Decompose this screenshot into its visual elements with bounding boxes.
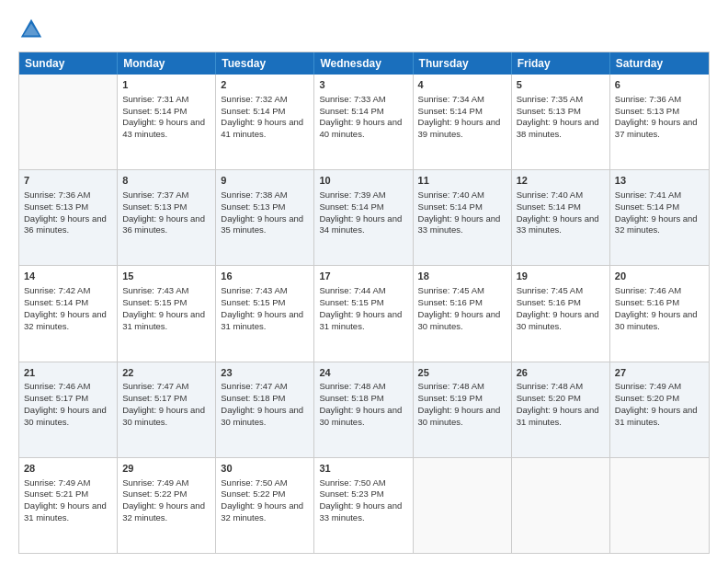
sunset-text: Sunset: 5:14 PM — [418, 106, 483, 116]
day-number: 9 — [221, 174, 309, 188]
sunset-text: Sunset: 5:18 PM — [319, 393, 383, 403]
daylight-text: Daylight: 9 hours and 31 minutes. — [517, 405, 599, 427]
sunset-text: Sunset: 5:14 PM — [615, 201, 679, 212]
sunrise-text: Sunrise: 7:46 AM — [615, 285, 681, 295]
calendar-cell: 6Sunrise: 7:36 AMSunset: 5:13 PMDaylight… — [610, 75, 709, 169]
sunrise-text: Sunrise: 7:50 AM — [319, 477, 385, 488]
sunset-text: Sunset: 5:16 PM — [517, 297, 581, 307]
sunrise-text: Sunrise: 7:37 AM — [122, 190, 188, 200]
day-number: 21 — [24, 366, 112, 380]
daylight-text: Daylight: 9 hours and 30 minutes. — [615, 309, 698, 331]
sunset-text: Sunset: 5:13 PM — [24, 201, 88, 212]
sunset-text: Sunset: 5:15 PM — [122, 297, 187, 307]
sunset-text: Sunset: 5:17 PM — [24, 393, 88, 403]
day-number: 19 — [517, 270, 605, 283]
daylight-text: Daylight: 9 hours and 31 minutes. — [319, 309, 402, 331]
calendar-cell: 23Sunrise: 7:47 AMSunset: 5:18 PMDayligh… — [216, 362, 314, 457]
sunrise-text: Sunrise: 7:45 AM — [517, 285, 583, 295]
sunset-text: Sunset: 5:13 PM — [615, 106, 679, 116]
daylight-text: Daylight: 9 hours and 37 minutes. — [615, 117, 698, 139]
day-number: 3 — [319, 78, 407, 92]
calendar-cell — [512, 458, 610, 553]
sunset-text: Sunset: 5:22 PM — [122, 488, 187, 499]
daylight-text: Daylight: 9 hours and 31 minutes. — [615, 405, 698, 427]
sunrise-text: Sunrise: 7:50 AM — [221, 477, 287, 488]
daylight-text: Daylight: 9 hours and 36 minutes. — [24, 213, 107, 236]
daylight-text: Daylight: 9 hours and 36 minutes. — [122, 213, 205, 236]
weekday-header-wednesday: Wednesday — [314, 52, 413, 75]
sunset-text: Sunset: 5:20 PM — [615, 393, 679, 403]
daylight-text: Daylight: 9 hours and 39 minutes. — [418, 117, 501, 139]
daylight-text: Daylight: 9 hours and 30 minutes. — [319, 405, 402, 427]
calendar-cell: 9Sunrise: 7:38 AMSunset: 5:13 PMDaylight… — [216, 170, 314, 265]
weekday-header-saturday: Saturday — [610, 52, 709, 75]
sunrise-text: Sunrise: 7:43 AM — [221, 285, 287, 295]
calendar-cell: 7Sunrise: 7:36 AMSunset: 5:13 PMDaylight… — [19, 170, 118, 265]
sunset-text: Sunset: 5:23 PM — [319, 488, 383, 499]
weekday-header-tuesday: Tuesday — [216, 52, 314, 75]
daylight-text: Daylight: 9 hours and 30 minutes. — [418, 405, 501, 427]
day-number: 12 — [517, 174, 605, 188]
sunset-text: Sunset: 5:15 PM — [319, 297, 383, 307]
day-number: 29 — [122, 462, 210, 476]
daylight-text: Daylight: 9 hours and 31 minutes. — [24, 500, 107, 523]
calendar-cell — [414, 458, 512, 553]
calendar-cell: 22Sunrise: 7:47 AMSunset: 5:17 PMDayligh… — [118, 362, 216, 457]
sunset-text: Sunset: 5:21 PM — [24, 488, 88, 499]
sunset-text: Sunset: 5:19 PM — [418, 393, 483, 403]
day-number: 2 — [221, 78, 309, 92]
daylight-text: Daylight: 9 hours and 32 minutes. — [615, 213, 698, 236]
sunset-text: Sunset: 5:13 PM — [221, 201, 285, 212]
calendar-cell: 28Sunrise: 7:49 AMSunset: 5:21 PMDayligh… — [19, 458, 118, 553]
calendar-row-2: 14Sunrise: 7:42 AMSunset: 5:14 PMDayligh… — [19, 265, 709, 361]
daylight-text: Daylight: 9 hours and 33 minutes. — [418, 213, 501, 236]
logo — [18, 17, 48, 42]
daylight-text: Daylight: 9 hours and 32 minutes. — [24, 309, 107, 331]
calendar-cell: 4Sunrise: 7:34 AMSunset: 5:14 PMDaylight… — [414, 75, 512, 169]
daylight-text: Daylight: 9 hours and 30 minutes. — [24, 405, 107, 427]
day-number: 7 — [24, 174, 112, 188]
calendar-cell: 8Sunrise: 7:37 AMSunset: 5:13 PMDaylight… — [118, 170, 216, 265]
calendar-cell: 2Sunrise: 7:32 AMSunset: 5:14 PMDaylight… — [216, 75, 314, 169]
daylight-text: Daylight: 9 hours and 32 minutes. — [122, 500, 205, 523]
calendar-cell: 17Sunrise: 7:44 AMSunset: 5:15 PMDayligh… — [314, 266, 413, 361]
calendar-cell: 3Sunrise: 7:33 AMSunset: 5:14 PMDaylight… — [314, 75, 413, 169]
sunset-text: Sunset: 5:14 PM — [122, 106, 187, 116]
weekday-header-monday: Monday — [118, 52, 216, 75]
sunrise-text: Sunrise: 7:42 AM — [24, 285, 90, 295]
sunset-text: Sunset: 5:16 PM — [615, 297, 679, 307]
sunrise-text: Sunrise: 7:38 AM — [221, 190, 287, 200]
day-number: 14 — [24, 270, 112, 283]
sunset-text: Sunset: 5:17 PM — [122, 393, 187, 403]
day-number: 1 — [122, 78, 210, 92]
daylight-text: Daylight: 9 hours and 40 minutes. — [319, 117, 402, 139]
day-number: 16 — [221, 270, 309, 283]
daylight-text: Daylight: 9 hours and 31 minutes. — [122, 309, 205, 331]
sunset-text: Sunset: 5:22 PM — [221, 488, 285, 499]
day-number: 4 — [418, 78, 506, 92]
calendar-row-3: 21Sunrise: 7:46 AMSunset: 5:17 PMDayligh… — [19, 362, 709, 457]
day-number: 27 — [615, 366, 704, 380]
sunset-text: Sunset: 5:14 PM — [418, 201, 483, 212]
daylight-text: Daylight: 9 hours and 41 minutes. — [221, 117, 303, 139]
day-number: 5 — [517, 78, 605, 92]
daylight-text: Daylight: 9 hours and 33 minutes. — [319, 500, 402, 523]
daylight-text: Daylight: 9 hours and 32 minutes. — [221, 500, 303, 523]
sunrise-text: Sunrise: 7:48 AM — [517, 381, 583, 391]
calendar-cell: 13Sunrise: 7:41 AMSunset: 5:14 PMDayligh… — [610, 170, 709, 265]
day-number: 31 — [319, 462, 407, 476]
day-number: 6 — [615, 78, 704, 92]
weekday-header-friday: Friday — [512, 52, 610, 75]
sunset-text: Sunset: 5:20 PM — [517, 393, 581, 403]
sunrise-text: Sunrise: 7:47 AM — [221, 381, 287, 391]
sunset-text: Sunset: 5:13 PM — [517, 106, 581, 116]
day-number: 8 — [122, 174, 210, 188]
sunrise-text: Sunrise: 7:48 AM — [418, 381, 484, 391]
sunrise-text: Sunrise: 7:49 AM — [615, 381, 681, 391]
sunrise-text: Sunrise: 7:36 AM — [24, 190, 90, 200]
calendar-cell: 5Sunrise: 7:35 AMSunset: 5:13 PMDaylight… — [512, 75, 610, 169]
day-number: 20 — [615, 270, 704, 283]
day-number: 17 — [319, 270, 407, 283]
sunset-text: Sunset: 5:16 PM — [418, 297, 483, 307]
calendar-row-1: 7Sunrise: 7:36 AMSunset: 5:13 PMDaylight… — [19, 169, 709, 265]
